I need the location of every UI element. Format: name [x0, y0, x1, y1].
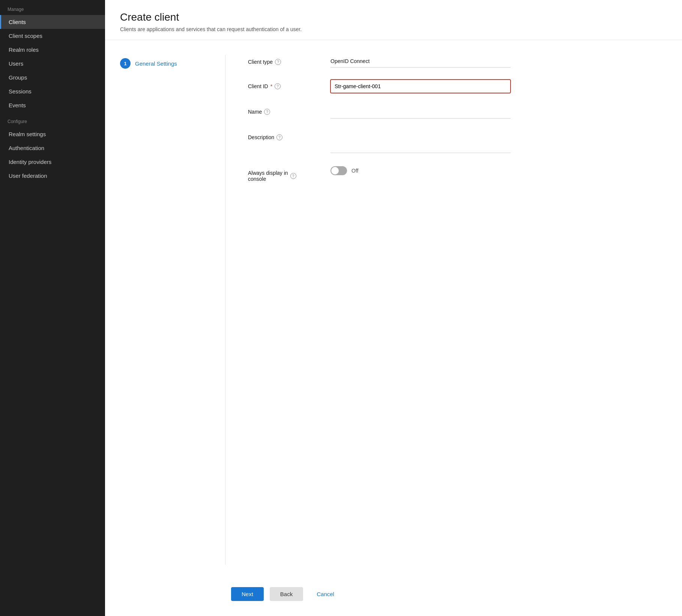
name-label: Name ? [248, 109, 323, 115]
client-id-label-col: Client ID * ? [248, 80, 323, 89]
page-title: Create client [120, 11, 667, 23]
client-type-row: Client type ? OpenID Connect [248, 55, 511, 68]
next-button[interactable]: Next [231, 587, 264, 601]
description-label: Description ? [248, 134, 323, 140]
always-display-toggle[interactable] [330, 166, 347, 175]
always-display-input-col: Off [330, 166, 511, 175]
description-input[interactable] [330, 131, 511, 153]
sidebar-section-manage: Manage Clients Client scopes Realm roles… [0, 0, 105, 112]
sidebar-item-realm-roles[interactable]: Realm roles [0, 43, 105, 57]
sidebar-item-authentication[interactable]: Authentication [0, 141, 105, 155]
name-row: Name ? [248, 105, 511, 119]
description-row: Description ? [248, 131, 511, 154]
always-display-row: Always display inconsole ? Off [248, 166, 511, 182]
configure-section-label: Configure [0, 112, 105, 127]
client-id-required: * [270, 83, 272, 89]
cancel-button[interactable]: Cancel [309, 587, 342, 601]
description-help-icon[interactable]: ? [276, 134, 282, 140]
sidebar-item-clients[interactable]: Clients [0, 15, 105, 29]
sidebar-item-users[interactable]: Users [0, 57, 105, 71]
always-display-toggle-container: Off [330, 166, 511, 175]
description-input-col [330, 131, 511, 154]
client-type-value: OpenID Connect [330, 55, 511, 68]
always-display-help-icon[interactable]: ? [290, 173, 296, 179]
sidebar-item-sessions[interactable]: Sessions [0, 84, 105, 98]
steps-panel: 1 General Settings [120, 55, 203, 565]
back-button[interactable]: Back [270, 587, 303, 601]
form-container: 1 General Settings Client type ? OpenID … [105, 40, 682, 580]
form-fields: Client type ? OpenID Connect Client ID *… [248, 55, 511, 565]
sidebar-item-user-federation[interactable]: User federation [0, 169, 105, 183]
name-label-col: Name ? [248, 105, 323, 115]
name-help-icon[interactable]: ? [264, 109, 270, 115]
page-subtitle: Clients are applications and services th… [120, 26, 667, 32]
always-display-label-col: Always display inconsole ? [248, 166, 323, 182]
sidebar-item-identity-providers[interactable]: Identity providers [0, 155, 105, 169]
steps-divider [225, 55, 225, 565]
client-type-input-col: OpenID Connect [330, 55, 511, 68]
sidebar-section-configure: Configure Realm settings Authentication … [0, 112, 105, 183]
client-type-label-col: Client type ? [248, 55, 323, 65]
always-display-label: Always display inconsole ? [248, 170, 323, 182]
client-id-input[interactable] [330, 80, 511, 93]
sidebar-item-events[interactable]: Events [0, 98, 105, 112]
client-id-help-icon[interactable]: ? [275, 83, 281, 89]
client-id-label: Client ID * ? [248, 83, 323, 89]
client-type-help-icon[interactable]: ? [275, 59, 281, 65]
sidebar-item-realm-settings[interactable]: Realm settings [0, 127, 105, 141]
sidebar: Manage Clients Client scopes Realm roles… [0, 0, 105, 616]
action-bar: Next Back Cancel [105, 580, 682, 616]
always-display-toggle-label: Off [352, 168, 358, 174]
name-input-col [330, 105, 511, 119]
sidebar-item-client-scopes[interactable]: Client scopes [0, 29, 105, 43]
description-label-col: Description ? [248, 131, 323, 140]
step-1-label: General Settings [135, 60, 177, 67]
main-content: Create client Clients are applications a… [105, 0, 682, 616]
step-1: 1 General Settings [120, 55, 203, 72]
client-id-input-col [330, 80, 511, 93]
page-header: Create client Clients are applications a… [105, 0, 682, 40]
step-1-badge: 1 [120, 58, 131, 69]
manage-section-label: Manage [0, 0, 105, 15]
sidebar-item-groups[interactable]: Groups [0, 71, 105, 84]
name-input[interactable] [330, 105, 511, 119]
client-id-row: Client ID * ? [248, 80, 511, 93]
client-type-label: Client type ? [248, 59, 323, 65]
